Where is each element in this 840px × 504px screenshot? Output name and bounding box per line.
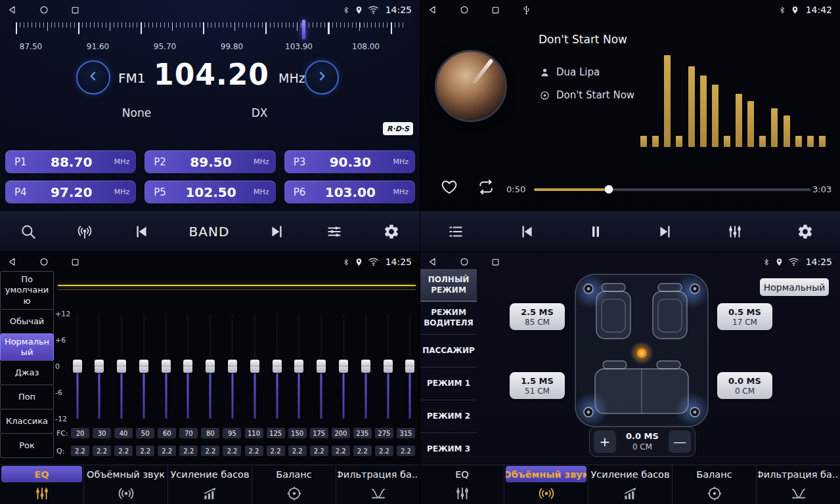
listening-position-ball[interactable] xyxy=(637,348,647,358)
tab-balance[interactable]: Баланс xyxy=(672,465,756,504)
increase-button[interactable]: + xyxy=(594,430,616,453)
repeat-icon[interactable] xyxy=(477,178,495,198)
tab-surround[interactable]: Объёмный звук xyxy=(83,465,167,504)
tab-filter[interactable]: Фильтрация ба... xyxy=(756,465,840,504)
skip-next-icon[interactable] xyxy=(269,223,286,240)
radio-preset-button[interactable]: P289.50MHz xyxy=(144,150,275,173)
skip-previous-icon[interactable] xyxy=(133,223,150,240)
q-value-chip[interactable]: 2.2 xyxy=(114,446,133,456)
tab-bass-boost[interactable]: Усиление басов xyxy=(167,465,252,504)
fc-value-chip[interactable]: 200 xyxy=(332,428,350,438)
q-value-chip[interactable]: 2.2 xyxy=(71,446,89,456)
eq-band-slider[interactable] xyxy=(206,314,215,419)
skip-previous-icon[interactable] xyxy=(518,223,535,240)
eq-band-slider[interactable] xyxy=(361,314,370,419)
q-value-chip[interactable]: 2.2 xyxy=(245,446,263,456)
tab-bass-boost[interactable]: Усиление басов xyxy=(588,465,672,504)
frequency-ruler[interactable] xyxy=(16,22,405,39)
mode-badge[interactable]: Нормальный xyxy=(760,278,829,296)
delay-rear-left[interactable]: 1.5 MS 51 CM xyxy=(510,372,565,399)
fc-value-chip[interactable]: 70 xyxy=(179,428,198,438)
radio-preset-button[interactable]: P6103.00MHz xyxy=(284,180,415,203)
nav-home-icon[interactable] xyxy=(39,257,49,266)
q-value-chip[interactable]: 2.2 xyxy=(375,446,393,456)
eq-band-slider[interactable] xyxy=(183,314,193,419)
fc-value-chip[interactable]: 175 xyxy=(310,428,328,438)
delay-front-left[interactable]: 2.5 MS 85 CM xyxy=(510,303,565,330)
fc-value-chip[interactable]: 95 xyxy=(223,428,241,438)
q-value-chip[interactable]: 2.2 xyxy=(310,446,328,456)
seek-up-button[interactable] xyxy=(305,60,339,94)
eq-band-slider[interactable] xyxy=(383,314,393,419)
nav-back-icon[interactable] xyxy=(8,257,17,266)
eq-band-slider[interactable] xyxy=(294,314,304,419)
tab-balance[interactable]: Баланс xyxy=(252,465,336,504)
band-button[interactable]: BAND xyxy=(189,224,230,240)
stage-mode-item[interactable]: ПОЛНЫЙ РЕЖИМ xyxy=(420,269,477,302)
fc-value-chip[interactable]: 30 xyxy=(93,428,111,438)
eq-band-slider[interactable] xyxy=(95,314,104,419)
search-icon[interactable] xyxy=(20,223,37,240)
radio-preset-button[interactable]: P497.20MHz xyxy=(5,180,136,203)
eq-preset-item[interactable]: Обычай xyxy=(0,309,54,334)
slider-handle[interactable] xyxy=(294,360,303,373)
decrease-button[interactable]: — xyxy=(669,430,691,453)
eq-band-slider[interactable] xyxy=(339,314,349,419)
mixer-icon[interactable] xyxy=(325,223,343,240)
fc-value-chip[interactable]: 315 xyxy=(397,428,415,438)
tab-surround[interactable]: Объёмный звук xyxy=(504,465,588,504)
progress-thumb[interactable] xyxy=(604,185,613,194)
eq-band-slider[interactable] xyxy=(405,314,415,419)
slider-handle[interactable] xyxy=(384,360,393,373)
nav-home-icon[interactable] xyxy=(39,5,49,14)
fc-value-chip[interactable]: 235 xyxy=(353,428,372,438)
slider-handle[interactable] xyxy=(117,360,126,373)
slider-handle[interactable] xyxy=(95,360,104,373)
nav-back-icon[interactable] xyxy=(428,257,437,266)
delay-rear-right[interactable]: 0.0 MS 0 CM xyxy=(717,372,772,399)
stage-mode-item[interactable]: РЕЖИМ 1 xyxy=(420,368,477,400)
fc-value-chip[interactable]: 275 xyxy=(375,428,393,438)
slider-handle[interactable] xyxy=(228,360,237,373)
q-value-chip[interactable]: 2.2 xyxy=(179,446,198,456)
slider-handle[interactable] xyxy=(339,360,348,373)
q-value-chip[interactable]: 2.2 xyxy=(158,446,176,456)
eq-preset-item[interactable]: Джаз xyxy=(0,360,54,385)
fc-value-chip[interactable]: 150 xyxy=(288,428,307,438)
stage-mode-item[interactable]: ПАССАЖИР xyxy=(420,335,477,368)
slider-handle[interactable] xyxy=(317,360,326,373)
slider-handle[interactable] xyxy=(250,360,259,373)
fc-value-chip[interactable]: 110 xyxy=(245,428,263,438)
fc-value-chip[interactable]: 80 xyxy=(201,428,219,438)
nav-recents-icon[interactable] xyxy=(71,6,79,14)
scan-broadcast-icon[interactable] xyxy=(76,223,93,240)
eq-band-slider[interactable] xyxy=(317,314,326,419)
fc-value-chip[interactable]: 20 xyxy=(71,428,89,438)
eq-preset-item[interactable]: Нормальный xyxy=(0,333,54,362)
nav-home-icon[interactable] xyxy=(460,5,469,14)
eq-preset-item[interactable]: Поп xyxy=(0,385,54,410)
eq-band-slider[interactable] xyxy=(139,314,148,419)
q-value-chip[interactable]: 2.2 xyxy=(201,446,219,456)
slider-handle[interactable] xyxy=(273,360,282,373)
tuner-position-indicator[interactable] xyxy=(302,20,305,39)
slider-handle[interactable] xyxy=(139,360,148,373)
q-value-chip[interactable]: 2.2 xyxy=(267,446,285,456)
fc-value-chip[interactable]: 125 xyxy=(267,428,285,438)
q-value-chip[interactable]: 2.2 xyxy=(332,446,350,456)
nav-recents-icon[interactable] xyxy=(491,6,500,14)
progress-bar[interactable] xyxy=(534,188,811,191)
radio-preset-button[interactable]: P5102.50MHz xyxy=(144,180,275,203)
fc-value-chip[interactable]: 40 xyxy=(114,428,133,438)
fc-value-chip[interactable]: 60 xyxy=(158,428,176,438)
eq-preset-item[interactable]: Рок xyxy=(0,433,54,458)
slider-handle[interactable] xyxy=(162,360,171,373)
q-value-chip[interactable]: 2.2 xyxy=(353,446,372,456)
playlist-icon[interactable] xyxy=(447,223,465,240)
stage-mode-item[interactable]: РЕЖИМ 3 xyxy=(420,433,477,466)
pause-icon[interactable] xyxy=(588,223,604,240)
stage-mode-item[interactable]: РЕЖИМ 2 xyxy=(420,400,477,433)
slider-handle[interactable] xyxy=(183,360,192,373)
nav-back-icon[interactable] xyxy=(8,5,17,14)
eq-preset-item[interactable]: По умолчанию xyxy=(0,271,54,310)
